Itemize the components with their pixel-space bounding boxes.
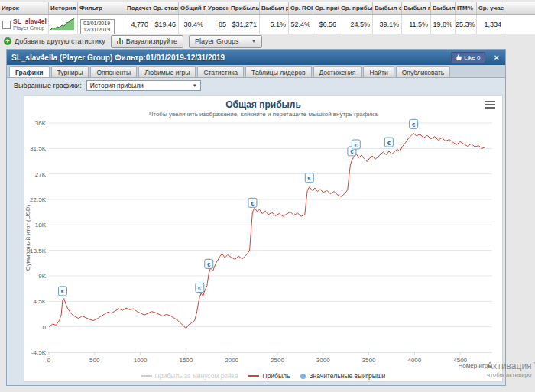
chart-menu-icon[interactable] [485,101,495,110]
gray-line-symbol [141,375,152,377]
svg-text:9K: 9K [38,273,46,280]
player-groups-select[interactable]: Player Groups ▼ [189,35,262,48]
col-itm[interactable]: ITM% [456,2,477,14]
tab-achievements[interactable]: Достижения [313,66,362,77]
col-count[interactable]: Подсчет [125,2,151,14]
cell-ability: 85 [206,15,229,34]
svg-text:4000: 4000 [407,357,421,364]
visualize-button[interactable]: Визуализируйте [111,35,183,48]
tab-leaderboards[interactable]: Таблицы лидеров [245,66,311,77]
tab-search[interactable]: Найти [363,66,394,77]
chart-type-select[interactable]: История прибыли ▼ [86,80,201,91]
significant-win-marker: € [305,173,313,183]
row-checkbox[interactable] [2,21,11,29]
svg-text:-4.5K: -4.5K [31,349,47,356]
col-out-late[interactable]: Выбыл позд [402,2,431,14]
stats-table-row[interactable]: SL_slav4ella Player Group 01/01/2019- 12… [0,15,535,34]
tab-graphs[interactable]: Графики [9,66,50,77]
panel-content: Выбранные графики: История прибыли ▼ Общ… [7,78,505,385]
col-out-early[interactable]: Выбыл ранс [260,2,289,14]
add-statistic-link[interactable]: Добавить другую статистику [15,37,105,45]
cell-avg-entrants: 1,334 [477,15,504,34]
legend-item-profit-minus-rake[interactable]: Прибыль за минусом рейка [141,372,238,380]
col-avg-stake[interactable]: Ср. став [151,2,179,14]
facebook-like-button[interactable]: Like 0 [451,52,485,63]
col-player[interactable]: Игрок [0,2,49,14]
svg-text:3500: 3500 [362,357,376,364]
col-total-roi[interactable]: Общий RO [179,2,206,14]
col-avg-profit[interactable]: Ср. прибы [313,2,339,14]
tab-bar: Графики Турниры Оппоненты Любимые игры С… [7,65,505,78]
profit-chart[interactable]: -4.5K04.5K9K13.5K18K22.5K27K31.5K36K0500… [24,118,502,371]
player-name[interactable]: SL_slav4ella [13,18,47,25]
blue-dot-symbol [300,374,306,379]
selected-charts-label: Выбранные графики: [14,82,82,89]
player-panel: SL_slav4ella (Player Group) Фильтр:01/01… [6,49,506,386]
tab-tournaments[interactable]: Турниры [51,66,89,77]
col-profit[interactable]: Прибыль [229,2,260,14]
col-avg-entrants[interactable]: Ср. учает [477,2,504,14]
cell-out-late: 11.5% [402,15,431,34]
col-profit-history[interactable]: История пр [49,2,78,14]
tab-opponents[interactable]: Оппоненты [90,66,137,77]
col-avg-roi[interactable]: Ср. ROI [289,2,313,14]
chart-select-row: Выбранные графики: История прибыли ▼ [7,78,505,93]
svg-text:1500: 1500 [179,357,193,364]
cell-out-sc: 19.8% [431,15,456,34]
add-icon: + [4,37,11,45]
svg-text:22.5K: 22.5K [30,196,47,203]
svg-text:€: € [355,142,358,149]
caret-down-icon: ▼ [251,39,256,44]
svg-text:Суммарный итог (USD): Суммарный итог (USD) [24,205,31,271]
significant-win-marker: € [384,138,393,147]
col-filter[interactable]: Фильтр [78,2,125,14]
stats-table: Игрок История пр Фильтр Подсчет Ср. став… [0,2,535,34]
tab-favorite-games[interactable]: Любимые игры [138,66,196,77]
cell-profit: $31,271 [229,15,260,34]
bar-chart-icon [117,38,123,44]
chart-subtitle: Чтобы увеличить изображение, кликните и … [24,110,502,118]
col-profit-early[interactable]: Ср. прибыль рано/с [339,2,373,14]
svg-text:13.5K: 13.5K [30,248,47,254]
svg-text:0: 0 [47,357,51,364]
svg-text:€: € [387,140,391,147]
svg-text:2000: 2000 [225,357,238,364]
close-icon[interactable]: × [493,53,501,62]
thumbs-up-icon [456,54,462,60]
profit-sparkline [50,18,75,31]
svg-text:18K: 18K [35,222,47,228]
tab-share[interactable]: Опубликовать [396,66,451,77]
svg-text:36K: 36K [35,120,47,127]
chart-legend: Прибыль за минусом рейка Прибыль Значите… [24,371,502,381]
add-statistic[interactable]: + Добавить другую статистику [4,37,105,45]
sparkline-cell [49,15,78,34]
svg-text:€: € [350,148,354,155]
profit-line [49,133,485,329]
cell-avg-profit: $6.56 [313,15,339,34]
cell-total-roi: 30.4% [179,15,206,34]
svg-text:€: € [207,261,211,268]
player-type: Player Group [13,25,47,31]
cell-out-mid: 39.1% [373,15,402,34]
header-filler [504,2,535,14]
tab-statistics[interactable]: Статистика [197,66,244,77]
row-filler [504,15,535,34]
filter-cell: 01/01/2019- 12/31/2019 [78,15,125,34]
cell-avg-stake: $19.46 [151,15,179,34]
caret-down-icon: ▼ [193,83,197,88]
player-cell: SL_slav4ella Player Group [0,15,49,34]
panel-header: SL_slav4ella (Player Group) Фильтр:01/01… [7,50,505,65]
legend-item-significant-wins[interactable]: Значительные выигрыши [300,372,385,380]
legend-item-profit[interactable]: Прибыль [248,372,290,380]
col-ability[interactable]: Уровен [206,2,229,14]
cell-itm: 25.3% [456,15,477,34]
svg-text:27K: 27K [35,171,47,178]
svg-text:4.5K: 4.5K [34,298,47,305]
svg-text:€: € [308,175,312,182]
col-out-mid[interactable]: Выбыл средн [373,2,402,14]
svg-text:31.5K: 31.5K [30,145,47,152]
col-out-sc[interactable]: Выбыл сц [431,2,456,14]
filter-value[interactable]: 01/01/2019- 12/31/2019 [80,19,115,34]
significant-win-marker: € [58,287,66,296]
cell-profit-early: 24.5% [339,15,373,34]
